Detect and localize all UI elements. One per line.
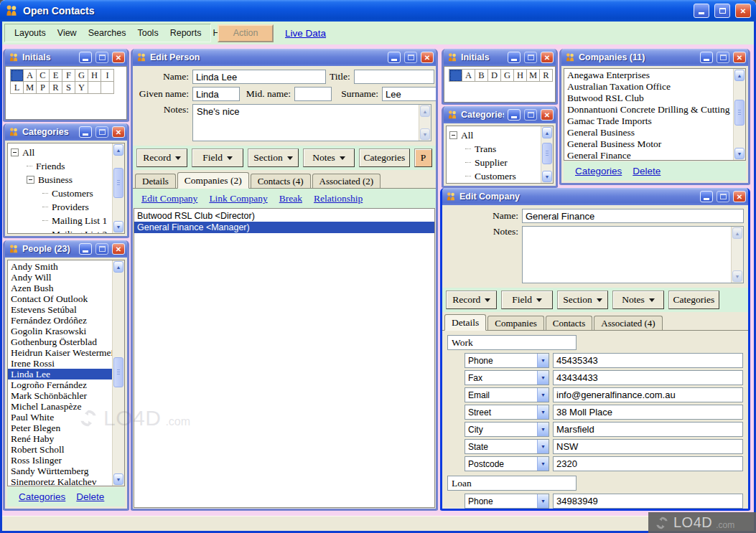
section-button[interactable]: Section (248, 148, 299, 167)
field-button[interactable]: Field (501, 291, 552, 309)
relationship-link[interactable]: Relationship (314, 193, 363, 204)
title-field[interactable] (354, 70, 434, 84)
field-value[interactable] (553, 370, 743, 385)
section-header-field[interactable] (447, 476, 577, 491)
list-item[interactable]: Peter Blegen (8, 423, 112, 433)
break-link[interactable]: Break (279, 193, 302, 204)
scroll-down-icon[interactable]: ▼ (734, 148, 745, 159)
initials-cell-selected[interactable] (449, 70, 462, 82)
categories-button[interactable]: Categories (359, 148, 410, 167)
tab-associated[interactable]: Associated (4) (594, 316, 662, 330)
tab-companies[interactable]: Companies (2) (177, 172, 249, 189)
categories-right-titlebar[interactable]: Categories ✕ (444, 106, 556, 123)
list-item[interactable]: Andy Will (8, 272, 112, 283)
initials-cell[interactable]: R (50, 82, 62, 94)
list-item[interactable]: Mark Schönbächler (8, 390, 112, 401)
field-value[interactable] (553, 387, 743, 402)
initials-cell[interactable]: C (37, 70, 50, 82)
tab-companies[interactable]: Companies (487, 316, 544, 330)
menu-searches[interactable]: Searches (83, 27, 131, 39)
tree-item[interactable]: Mailing List 2 (11, 227, 112, 233)
combo-arrow-icon[interactable]: ▼ (537, 388, 549, 402)
scrollbar[interactable]: ▲ ▼ (541, 126, 553, 183)
menu-reports[interactable]: Reports (165, 27, 207, 39)
list-item[interactable]: René Haby (8, 433, 112, 444)
list-item[interactable]: Logroño Fernández (8, 379, 112, 390)
tab-contacts[interactable]: Contacts (4) (251, 174, 311, 188)
section-header-field[interactable] (447, 335, 577, 350)
initials-right-titlebar[interactable]: Initials ✕ (444, 49, 556, 66)
people-delete-link[interactable]: Delete (76, 491, 104, 502)
close-button[interactable]: ✕ (112, 52, 125, 63)
action-button[interactable]: Action (218, 24, 274, 42)
field-type-dropdown[interactable]: State▼ (465, 439, 549, 454)
collapse-icon[interactable] (27, 176, 34, 184)
list-item[interactable]: General Business (564, 127, 733, 138)
field-type-dropdown[interactable]: Phone▼ (465, 494, 549, 509)
tree-item[interactable]: Friends (11, 159, 112, 173)
list-item[interactable]: Butwood RSL Club <Director) (134, 210, 434, 222)
close-button[interactable]: ✕ (735, 4, 751, 18)
scrollbar[interactable]: ▲ ▼ (112, 143, 124, 233)
list-item[interactable]: Butwood RSL Club (564, 93, 733, 104)
list-item[interactable]: Heidrun Kaiser Westermeie (8, 347, 112, 358)
close-button[interactable]: ✕ (421, 52, 434, 63)
initials-cell[interactable]: H (88, 70, 101, 82)
initials-cell[interactable]: S (62, 82, 75, 94)
field-type-dropdown[interactable]: Email▼ (465, 387, 549, 402)
list-item[interactable]: General Finance (564, 150, 733, 160)
initials-cell[interactable]: H (514, 70, 527, 82)
minimize-button[interactable] (508, 52, 521, 63)
companies-titlebar[interactable]: Companies (11) ✕ (561, 49, 748, 66)
scrollbar-thumb[interactable] (113, 357, 123, 387)
initials-cell[interactable]: I (101, 70, 114, 82)
combo-arrow-icon[interactable]: ▼ (537, 457, 549, 471)
tab-details[interactable]: Details (135, 174, 176, 188)
edit-company-titlebar[interactable]: Edit Company ✕ (442, 188, 748, 205)
scrollbar[interactable]: ▲ ▼ (733, 69, 745, 160)
scroll-down-icon[interactable]: ▼ (113, 473, 123, 485)
field-value[interactable] (553, 456, 743, 471)
maximize-button[interactable] (524, 109, 537, 121)
tree-item[interactable]: All (449, 128, 541, 142)
edit-person-titlebar[interactable]: Edit Person ✕ (133, 49, 436, 66)
list-item[interactable]: Paul White (8, 412, 112, 423)
close-button[interactable]: ✕ (112, 126, 125, 138)
minimize-button[interactable] (79, 243, 92, 255)
tree-item[interactable]: Providers (11, 200, 112, 214)
field-type-dropdown[interactable]: Phone▼ (465, 353, 549, 368)
categories-button[interactable]: Categories (668, 291, 719, 309)
minimize-button[interactable] (508, 109, 521, 121)
record-button[interactable]: Record (136, 148, 187, 167)
people-titlebar[interactable]: People (23) ✕ (5, 240, 127, 258)
initials-cell-empty[interactable] (101, 82, 114, 94)
scrollbar-track[interactable] (734, 82, 745, 147)
field-type-dropdown[interactable]: Street▼ (465, 405, 549, 420)
close-button[interactable]: ✕ (733, 52, 746, 63)
close-button[interactable]: ✕ (541, 109, 554, 121)
menu-tools[interactable]: Tools (132, 27, 163, 39)
tree-item[interactable]: Mailing List 1 (11, 214, 112, 227)
scrollbar-track[interactable] (541, 139, 553, 170)
p-button[interactable]: P (414, 148, 432, 167)
scroll-up-icon[interactable]: ▲ (542, 127, 552, 138)
list-item[interactable]: Estevens Setúbal (8, 304, 112, 315)
maximize-button[interactable] (95, 243, 108, 255)
maximize-button[interactable] (717, 191, 729, 202)
live-data-link[interactable]: Live Data (285, 28, 326, 39)
notes-scrollbar[interactable]: ▲ ▼ (419, 105, 431, 141)
list-item[interactable]: Australian Taxation Office (564, 81, 733, 93)
field-type-dropdown[interactable]: Postcode▼ (465, 456, 549, 471)
minimize-button[interactable] (694, 4, 709, 18)
notes-field[interactable]: She's nice (193, 105, 419, 141)
list-item[interactable]: Robert Scholl (8, 444, 112, 455)
notes-button[interactable]: Notes (612, 291, 663, 309)
scrollbar-track[interactable] (113, 273, 124, 473)
initials-cell[interactable]: A (24, 70, 37, 82)
surname-field[interactable] (382, 87, 436, 101)
initials-cell[interactable]: R (540, 70, 553, 82)
list-item[interactable]: Contact Of Outlook (8, 293, 112, 304)
maximize-button[interactable] (95, 126, 108, 138)
initials-cell[interactable]: B (475, 70, 488, 82)
initials-cell[interactable]: P (37, 82, 50, 94)
